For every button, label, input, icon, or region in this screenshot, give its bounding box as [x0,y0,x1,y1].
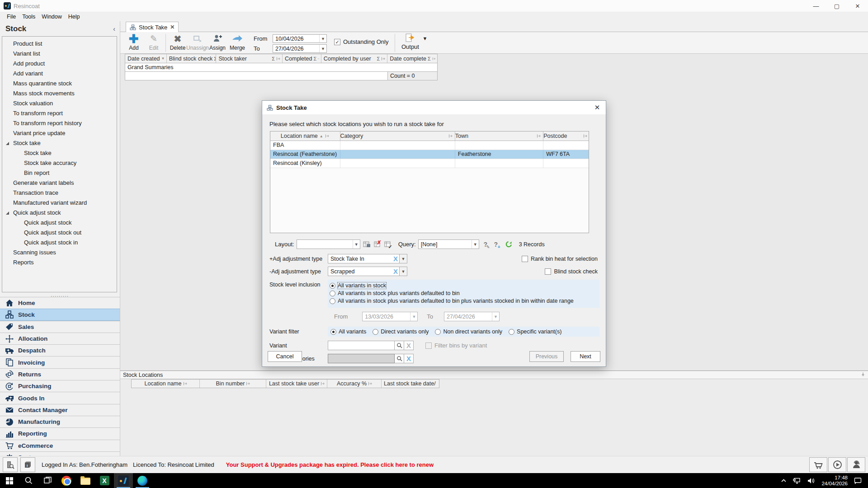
menu-window[interactable]: Window [38,14,65,20]
sidebar-item-transaction-trace[interactable]: Transaction trace [2,188,117,198]
module-despatch[interactable]: Despatch [0,344,120,356]
maximize-button[interactable]: ▢ [826,0,847,12]
module-reporting[interactable]: Reporting [0,427,120,439]
module-goods-in[interactable]: Goods In [0,392,120,404]
module-allocation[interactable]: Allocation [0,333,120,344]
pin-icon[interactable] [318,56,320,61]
previous-button[interactable]: Previous [529,351,564,362]
sidebar-item-to-transform-report-history[interactable]: To transform report history [2,118,117,128]
sidebar-item-mass-stock-movements[interactable]: Mass stock movements [2,89,117,99]
sidebar-item-generate-variant-labels[interactable]: Generate variant labels [2,178,117,188]
column-location-name[interactable]: Location name▲ [270,131,340,141]
module-stock[interactable]: Stock [0,309,120,320]
radio-all-variants-in-stock[interactable]: All variants in stock [330,282,597,289]
module-invoicing[interactable]: Invoicing [0,356,120,368]
start-button[interactable] [0,473,19,488]
support-expired-warning[interactable]: Your Support & Upgrades package has expi… [226,461,434,468]
pin-icon[interactable] [246,381,250,386]
close-button[interactable]: ✕ [847,0,868,12]
search-icon[interactable] [395,341,404,350]
column-location-name[interactable]: Location name [132,380,200,388]
sidebar-item-reports[interactable]: Reports [2,258,117,267]
column-town[interactable]: Town [455,131,543,141]
layout-combo[interactable]: ▼ [297,239,360,249]
radio-specific-variants[interactable]: Specific variant(s) [509,328,561,335]
column-stock-taker[interactable]: Stock takerΣ [216,54,283,63]
menu-tools[interactable]: Tools [19,14,38,20]
dropdown-arrow-icon[interactable]: ▼ [319,45,326,52]
info-box-button[interactable]: i [20,457,35,472]
column-date-complete[interactable]: Date completeΣ [387,54,437,63]
pin-icon[interactable] [861,372,865,379]
excel-icon[interactable]: X [95,473,114,488]
next-button[interactable]: Next [571,351,600,362]
sidebar-item-scanning-issues[interactable]: Scanning issues [2,248,117,258]
merge-button[interactable]: Merge [227,32,247,51]
taskbar-clock[interactable]: 17:48 24/04/2026 [821,475,848,487]
pin-icon[interactable] [183,381,188,386]
sidebar-item-stock-take-group[interactable]: Stock take [2,138,117,148]
basket-button[interactable] [809,457,827,472]
output-button[interactable]: Output [400,32,420,50]
column-bin-number[interactable]: Bin number [200,380,266,388]
module-purchasing[interactable]: Purchasing [0,380,120,392]
tab-stock-take[interactable]: Stock Take ✕ [126,22,179,32]
delete-button[interactable]: ✖ Delete [168,32,188,51]
column-completed[interactable]: CompletedΣ [283,54,321,63]
sidebar-item-quick-adjust-stock[interactable]: Quick adjust stock [2,218,117,228]
unassign-button[interactable]: Unassign [188,32,208,51]
radio-icon[interactable] [509,329,514,335]
volume-icon[interactable] [807,478,815,484]
delete-layout-icon[interactable]: ✗ [373,240,381,249]
sidebar-item-quick-adjust-stock-group[interactable]: Quick adjust stock [2,208,117,218]
column-blind-stock-check[interactable]: Blind stock checkΣ [167,54,217,63]
taskbar-search-icon[interactable] [19,473,38,488]
cancel-button[interactable]: Cancel [268,351,302,362]
module-returns[interactable]: Returns [0,368,120,380]
location-row-fba[interactable]: FBA [270,141,589,150]
expand-triangle-icon[interactable] [6,211,9,215]
notification-center-icon[interactable] [854,477,862,484]
radio-variants-defaulted-to-bin[interactable]: All variants in stock plus variants defa… [330,290,597,296]
column-completed-by-user[interactable]: Completed by userΣ [321,54,388,63]
radio-direct-variants-only[interactable]: Direct variants only [373,328,429,335]
radio-icon[interactable] [330,291,335,296]
minimize-button[interactable]: — [806,0,826,12]
sidebar-item-stock-take[interactable]: Stock take [2,148,117,158]
clear-variant-icon[interactable]: X [404,341,414,350]
pin-icon[interactable] [325,134,330,138]
tab-close-icon[interactable]: ✕ [170,24,175,30]
menu-help[interactable]: Help [65,14,83,20]
location-row-featherstone[interactable]: Resincoat (Featherstone) Featherstone WF… [270,150,589,159]
radio-all-variants[interactable]: All variants [330,328,366,335]
column-last-stock-take-user[interactable]: Last stock take user [266,380,327,388]
pin-icon[interactable] [583,134,588,138]
support-agent-button[interactable] [847,457,865,472]
filter-bins-checkbox[interactable] [425,343,432,349]
radio-icon[interactable] [373,329,378,335]
pin-icon[interactable] [448,134,453,138]
radio-variants-in-bin-date-range[interactable]: All variants in stock plus variants defa… [330,298,597,304]
rank-bin-heat-checkbox[interactable] [522,256,528,262]
pin-icon[interactable] [368,381,373,386]
default-layout-icon[interactable]: ✓ [383,240,392,249]
adj-plus-combo[interactable]: Stock Take In X [328,254,400,263]
radio-icon[interactable] [330,283,335,289]
radio-non-direct-variants-only[interactable]: Non direct variants only [435,328,502,335]
sidebar-item-mass-quarantine-stock[interactable]: Mass quarantine stock [2,79,117,89]
from-date-field[interactable]: 10/04/2026 ▼ [273,34,327,43]
module-home[interactable]: Home [0,297,120,309]
sidebar-item-variant-list[interactable]: Variant list [2,49,117,59]
pin-icon[interactable] [276,56,281,61]
sidebar-item-add-variant[interactable]: Add variant [2,69,117,79]
resincoat-taskbar-icon[interactable] [114,473,133,488]
tray-chevron-icon[interactable] [781,479,787,483]
save-layout-icon[interactable] [363,240,371,249]
logout-button[interactable] [3,457,18,472]
play-button[interactable] [828,457,846,472]
dropdown-arrow-icon[interactable]: ▼ [400,267,407,276]
sidebar-item-quick-adjust-stock-in[interactable]: Quick adjust stock in [2,238,117,248]
sidebar-item-to-transform-report[interactable]: To transform report [2,108,117,118]
sidebar-item-variant-price-update[interactable]: Variant price update [2,128,117,138]
sigma-icon[interactable]: Σ [377,56,380,61]
